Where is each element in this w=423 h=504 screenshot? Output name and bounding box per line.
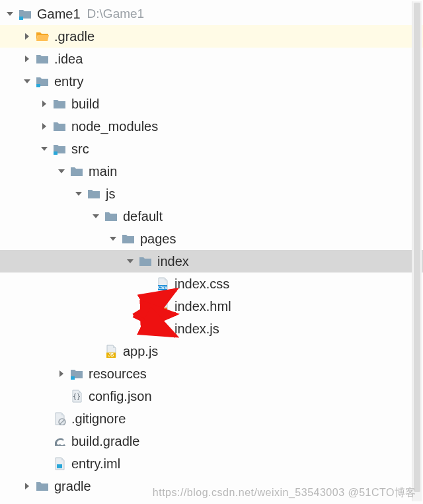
tree-item-label: Game1 — [37, 7, 81, 22]
svg-rect-28 — [57, 464, 62, 468]
folder-marked-icon — [70, 367, 83, 380]
tree-item-label: default — [123, 209, 163, 224]
folder-icon — [87, 187, 100, 200]
tree-item-label: node_modules — [71, 119, 158, 134]
svg-marker-14 — [127, 259, 134, 263]
tree-item[interactable]: Hindex.hml — [0, 295, 423, 317]
svg-rect-5 — [36, 84, 40, 87]
svg-marker-10 — [58, 169, 65, 173]
svg-marker-4 — [24, 79, 30, 83]
tree-item-label: index.css — [174, 276, 229, 292]
file-gitignore-icon — [53, 412, 66, 425]
svg-marker-2 — [25, 33, 29, 40]
disclosure-right-icon[interactable] — [57, 369, 66, 378]
disclosure-down-icon[interactable] — [40, 144, 49, 153]
file-css-icon: CSS — [156, 277, 169, 290]
folder-marked-icon — [36, 75, 49, 88]
scrollbar-thumb[interactable] — [414, 3, 420, 492]
svg-marker-7 — [42, 123, 46, 130]
tree-item[interactable]: default — [0, 205, 423, 228]
disclosure-down-icon[interactable] — [57, 167, 66, 176]
svg-marker-29 — [25, 483, 29, 489]
svg-marker-23 — [59, 370, 63, 377]
tree-item-label: main — [89, 164, 117, 179]
svg-marker-3 — [25, 56, 29, 62]
tree-item-label: gradle — [54, 479, 91, 494]
tree-item[interactable]: node_modules — [0, 115, 423, 138]
svg-text:{}: {} — [73, 393, 81, 400]
file-js-icon: JS — [156, 322, 169, 335]
tree-item[interactable]: entry — [0, 70, 423, 93]
tree-item-label: index — [157, 254, 189, 269]
tree-item[interactable]: JSindex.js — [0, 317, 423, 340]
disclosure-right-icon[interactable] — [40, 99, 49, 108]
svg-marker-12 — [93, 214, 99, 218]
file-js-icon: JS — [104, 345, 118, 358]
disclosure-down-icon[interactable] — [126, 257, 135, 266]
svg-rect-24 — [71, 376, 75, 380]
svg-text:JS: JS — [160, 330, 166, 335]
tree-item-label: entry — [54, 74, 83, 89]
tree-item[interactable]: {}config.json — [0, 385, 423, 407]
tree-item[interactable]: build — [0, 93, 423, 115]
tree-item[interactable]: Game1D:\Game1 — [0, 3, 423, 25]
folder-icon — [70, 165, 83, 178]
tree-item[interactable]: .gitignore — [0, 407, 423, 430]
project-tree[interactable]: Game1D:\Game1 .gradle .idea entry build … — [0, 0, 423, 497]
folder-icon — [53, 120, 66, 133]
tree-item-label: resources — [89, 366, 147, 382]
tree-item-label: src — [71, 142, 89, 157]
svg-text:CSS: CSS — [158, 285, 168, 290]
tree-item[interactable]: .gradle — [0, 25, 423, 48]
tree-item-label: .gitignore — [71, 411, 126, 427]
svg-marker-6 — [42, 101, 46, 107]
tree-item-label: .idea — [54, 52, 83, 67]
tree-item[interactable]: gradle — [0, 475, 423, 497]
tree-item[interactable]: .idea — [0, 48, 423, 70]
tree-item[interactable]: JSapp.js — [0, 340, 423, 362]
tree-item-label: app.js — [123, 344, 158, 359]
file-gradle-icon — [53, 435, 66, 448]
disclosure-down-icon[interactable] — [22, 77, 32, 86]
tree-item-label: build — [71, 97, 99, 112]
disclosure-right-icon[interactable] — [22, 482, 32, 491]
disclosure-down-icon[interactable] — [91, 212, 100, 221]
disclosure-right-icon[interactable] — [22, 32, 32, 41]
tree-item[interactable]: entry.iml — [0, 452, 423, 475]
tree-item-label: index.hml — [174, 299, 231, 314]
tree-item-label: entry.iml — [71, 456, 120, 472]
project-tree-panel: Game1D:\Game1 .gradle .idea entry build … — [0, 0, 423, 504]
folder-marked-icon — [53, 142, 66, 155]
folder-marked-icon — [19, 7, 32, 21]
disclosure-down-icon[interactable] — [5, 9, 15, 19]
tree-item[interactable]: resources — [0, 362, 423, 385]
tree-item-label: build.gradle — [71, 434, 139, 449]
tree-item[interactable]: pages — [0, 228, 423, 250]
svg-marker-8 — [41, 147, 48, 151]
svg-marker-13 — [110, 237, 116, 241]
file-json-icon: {} — [70, 390, 83, 403]
tree-item[interactable]: build.gradle — [0, 430, 423, 452]
disclosure-right-icon[interactable] — [40, 122, 49, 131]
svg-marker-0 — [7, 12, 13, 16]
tree-item[interactable]: index — [0, 250, 423, 273]
tree-item[interactable]: main — [0, 160, 423, 183]
file-iml-icon — [53, 457, 66, 470]
disclosure-right-icon[interactable] — [22, 54, 32, 63]
tree-item[interactable]: src — [0, 138, 423, 160]
tree-item[interactable]: js — [0, 183, 423, 205]
folder-icon — [104, 210, 118, 223]
folder-icon — [36, 480, 49, 493]
folder-icon — [122, 232, 135, 245]
svg-rect-9 — [54, 151, 58, 155]
vertical-scrollbar[interactable] — [412, 1, 422, 501]
tree-item-label: .gradle — [54, 29, 95, 44]
disclosure-down-icon[interactable] — [74, 189, 83, 198]
folder-icon — [139, 255, 152, 268]
tree-item[interactable]: CSSindex.css — [0, 273, 423, 295]
folder-icon — [36, 52, 49, 65]
disclosure-down-icon[interactable] — [108, 234, 118, 243]
folder-open-orange-icon — [36, 30, 49, 43]
folder-icon — [53, 97, 66, 110]
tree-item-path: D:\Game1 — [87, 7, 145, 21]
